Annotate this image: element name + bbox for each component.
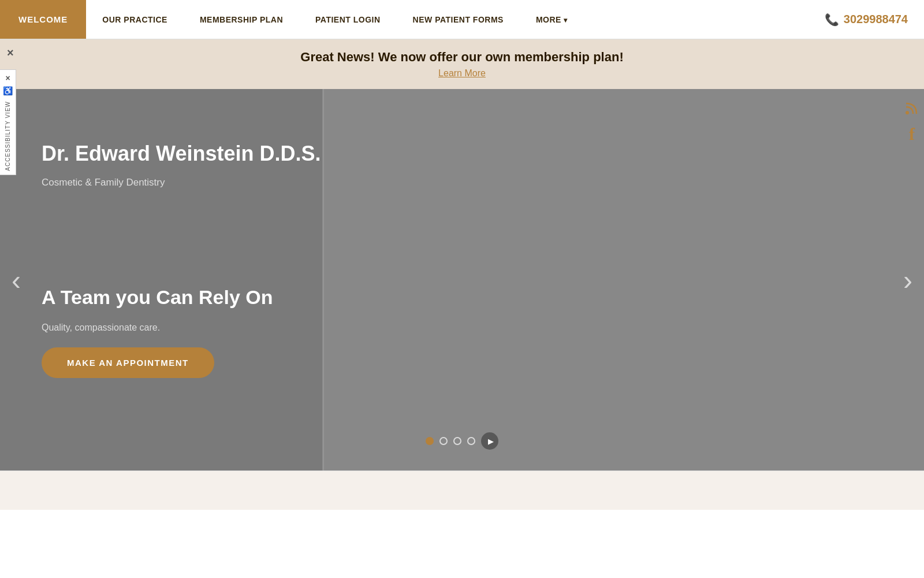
- slider-dot-1[interactable]: [426, 437, 434, 445]
- nav-item-more[interactable]: MORE: [520, 0, 584, 39]
- hero-tagline: A Team you Can Rely On: [42, 286, 273, 309]
- hero-doctor-name: Dr. Edward Weinstein D.D.S.: [42, 141, 321, 166]
- social-sidebar: f: [904, 101, 924, 144]
- slider-controls: ▶: [426, 432, 498, 450]
- hero-right-panel: [323, 89, 924, 470]
- navbar: WELCOME OUR PRACTICE MEMBERSHIP PLAN PAT…: [0, 0, 924, 39]
- rss-icon[interactable]: [904, 101, 919, 120]
- make-appointment-button[interactable]: MAKE AN APPOINTMENT: [42, 347, 214, 378]
- banner-close-button[interactable]: ×: [7, 46, 14, 60]
- hero-divider: [322, 89, 324, 470]
- membership-banner: × Great News! We now offer our own membe…: [0, 39, 924, 89]
- nav-items: OUR PRACTICE MEMBERSHIP PLAN PATIENT LOG…: [86, 0, 824, 39]
- phone-icon: 📞: [825, 13, 839, 27]
- slider-next-button[interactable]: ›: [903, 264, 912, 296]
- accessibility-close-button[interactable]: ×: [5, 73, 10, 83]
- hero-slider: f Dr. Edward Weinstein D.D.S. Cosmetic &…: [0, 89, 924, 470]
- slider-play-button[interactable]: ▶: [481, 432, 498, 450]
- footer-strip: [0, 470, 924, 510]
- phone-number[interactable]: 📞 3029988474: [825, 0, 924, 39]
- nav-welcome[interactable]: WELCOME: [0, 0, 86, 39]
- hero-subtitle: Cosmetic & Family Dentistry: [42, 177, 165, 188]
- hero-description: Quality, compassionate care.: [42, 323, 160, 333]
- learn-more-link[interactable]: Learn More: [438, 68, 486, 78]
- banner-message: Great News! We now offer our own members…: [12, 50, 912, 65]
- play-icon: ▶: [488, 437, 494, 446]
- nav-item-patient-login[interactable]: PATIENT LOGIN: [299, 0, 397, 39]
- accessibility-label: Accessibility View: [5, 101, 11, 171]
- nav-item-membership-plan[interactable]: MEMBERSHIP PLAN: [184, 0, 299, 39]
- slider-dot-3[interactable]: [453, 437, 461, 445]
- wheelchair-icon: ♿: [3, 86, 13, 95]
- chevron-down-icon: [564, 15, 568, 24]
- nav-item-our-practice[interactable]: OUR PRACTICE: [86, 0, 184, 39]
- slider-dot-2[interactable]: [439, 437, 448, 445]
- nav-item-new-patient-forms[interactable]: NEW PATIENT FORMS: [397, 0, 520, 39]
- facebook-icon[interactable]: f: [909, 124, 915, 144]
- svg-point-0: [906, 111, 909, 114]
- slider-dot-4[interactable]: [467, 437, 475, 445]
- slider-prev-button[interactable]: ‹: [12, 264, 21, 296]
- accessibility-sidebar: × ♿ Accessibility View: [0, 69, 16, 175]
